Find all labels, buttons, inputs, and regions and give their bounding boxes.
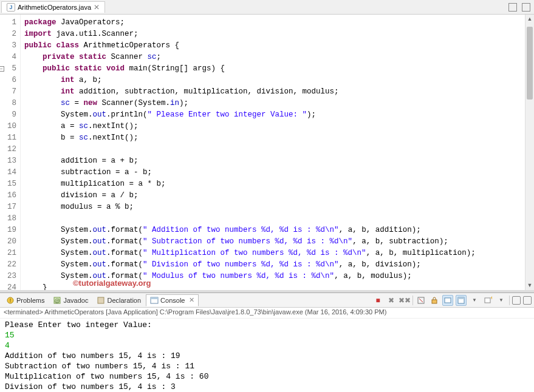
code-line[interactable] (24, 144, 521, 155)
editor-tab-bar: J ArithmeticOperators.java ✕ (0, 0, 534, 15)
code-editor[interactable]: 123456789101112131415161718192021222324−… (0, 15, 534, 290)
code-line[interactable]: sc = new Scanner(System.in); (24, 98, 521, 109)
code-line[interactable]: System.out.format(" Multiplication of tw… (24, 248, 521, 259)
maximize-icon[interactable] (522, 3, 530, 12)
close-tab-icon[interactable]: ✕ (94, 3, 100, 12)
svg-rect-4 (98, 297, 104, 303)
console-output[interactable]: Please Enter two integer Value: 154 Addi… (0, 319, 534, 392)
clear-console-button[interactable] (416, 295, 426, 306)
line-number: 8 (1, 98, 16, 109)
scroll-down-arrow[interactable]: ▼ (525, 281, 534, 290)
code-line[interactable]: division = a / b; (24, 190, 521, 201)
console-line: 4 (5, 340, 529, 351)
tab-declaration[interactable]: Declaration (93, 295, 145, 306)
code-line[interactable]: int addition, subtraction, multiplicatio… (24, 86, 521, 98)
scroll-up-arrow[interactable]: ▲ (525, 15, 534, 24)
code-line[interactable]: a = sc.nextInt(); (24, 121, 521, 132)
code-line[interactable]: package JavaOperators; (24, 17, 521, 29)
new-console-button[interactable]: + (482, 295, 493, 306)
watermark-text: ©tutorialgateway.org (73, 279, 151, 288)
code-line[interactable]: multiplication = a * b; (24, 178, 521, 190)
console-toolbar: ■ ✖ ✖✖ ▼ + ▼ (372, 295, 532, 306)
console-dropdown-2[interactable]: ▼ (496, 295, 507, 306)
tab-console[interactable]: Console ✕ (146, 294, 199, 306)
line-number: 10 (1, 121, 16, 132)
tab-javadoc[interactable]: @ Javadoc (49, 295, 92, 306)
tab-problems[interactable]: ! Problems (2, 295, 48, 306)
fold-toggle-icon[interactable]: − (0, 66, 4, 72)
remove-launch-button[interactable]: ✖ (386, 295, 397, 306)
line-number: 23 (1, 271, 16, 282)
svg-text:!: ! (10, 297, 12, 303)
tab-filename: ArithmeticOperators.java (18, 4, 91, 11)
line-number: 17 (1, 201, 16, 213)
svg-rect-13 (485, 298, 490, 303)
line-number: 11 (1, 132, 16, 144)
scroll-lock-button[interactable] (429, 295, 440, 306)
line-number: 1 (1, 17, 16, 29)
java-file-icon: J (7, 3, 15, 12)
views-tab-bar: ! Problems @ Javadoc Declaration Console… (0, 293, 534, 308)
line-number: 15 (1, 178, 16, 190)
minimize-icon[interactable] (508, 3, 517, 12)
editor-tab[interactable]: J ArithmeticOperators.java ✕ (1, 1, 105, 13)
close-view-icon[interactable]: ✕ (189, 296, 194, 304)
code-line[interactable]: addition = a + b; (24, 155, 521, 167)
line-number: 2 (1, 29, 16, 40)
bottom-panel: ! Problems @ Javadoc Declaration Console… (0, 292, 534, 392)
svg-line-8 (419, 299, 423, 302)
line-number: 19 (1, 225, 16, 236)
code-line[interactable]: System.out.format(" Subtraction of two n… (24, 236, 521, 248)
maximize-view-icon[interactable] (523, 296, 532, 305)
svg-rect-12 (458, 297, 464, 299)
code-line[interactable]: private static Scanner sc; (24, 52, 521, 63)
display-selected-console-button[interactable] (456, 295, 467, 306)
svg-text:+: + (490, 296, 492, 301)
remove-all-button[interactable]: ✖✖ (399, 295, 410, 306)
code-line[interactable]: import java.util.Scanner; (24, 29, 521, 40)
pin-console-button[interactable] (442, 295, 453, 306)
minimize-view-icon[interactable] (512, 296, 521, 305)
svg-text:@: @ (55, 298, 60, 304)
line-number: 13 (1, 155, 16, 167)
line-number: 3 (1, 40, 16, 52)
code-line[interactable]: modulus = a % b; (24, 201, 521, 213)
code-line[interactable]: public static void main(String[] args) { (24, 63, 521, 75)
line-number: 4 (1, 52, 16, 63)
console-line: Addition of two numbers 15, 4 is : 19 (5, 351, 529, 361)
open-console-dropdown[interactable]: ▼ (469, 295, 480, 306)
console-line: Subtraction of two numbers 15, 4 is : 11 (5, 361, 529, 371)
code-line[interactable]: b = sc.nextInt(); (24, 132, 521, 144)
declaration-icon (97, 296, 105, 305)
code-content[interactable]: package JavaOperators;import java.util.S… (21, 15, 525, 290)
code-line[interactable] (24, 213, 521, 225)
console-process-header: <terminated> ArithmeticOperators [Java A… (0, 308, 534, 319)
problems-icon: ! (6, 296, 15, 305)
svg-rect-6 (151, 297, 158, 299)
vertical-scrollbar[interactable]: ▲ ▼ (525, 15, 534, 290)
line-number: 14 (1, 167, 16, 178)
console-line: Division of two numbers 15, 4 is : 3 (5, 382, 529, 392)
code-line[interactable]: subtraction = a - b; (24, 167, 521, 178)
line-number: 18 (1, 213, 16, 225)
svg-rect-10 (445, 298, 451, 303)
line-number-gutter: 123456789101112131415161718192021222324− (0, 15, 21, 290)
code-line[interactable]: System.out.format(" Addition of two numb… (24, 225, 521, 236)
line-number: 7 (1, 86, 16, 98)
scrollbar-thumb[interactable] (527, 27, 533, 100)
line-number: 9 (1, 109, 16, 121)
code-line[interactable]: int a, b; (24, 75, 521, 86)
javadoc-icon: @ (53, 296, 61, 305)
line-number: 16 (1, 190, 16, 201)
console-icon (150, 296, 159, 305)
terminate-button[interactable]: ■ (372, 295, 383, 306)
console-line: Please Enter two integer Value: (5, 320, 529, 330)
line-number: 12 (1, 144, 16, 155)
code-line[interactable]: System.out.format(" Division of two numb… (24, 259, 521, 271)
svg-rect-9 (432, 300, 437, 303)
code-line[interactable]: System.out.println(" Please Enter two in… (24, 109, 521, 121)
console-line: Multiplication of two numbers 15, 4 is :… (5, 371, 529, 382)
code-line[interactable]: public class ArithmeticOperators { (24, 40, 521, 52)
line-number: 20 (1, 236, 16, 248)
line-number: 21 (1, 248, 16, 259)
